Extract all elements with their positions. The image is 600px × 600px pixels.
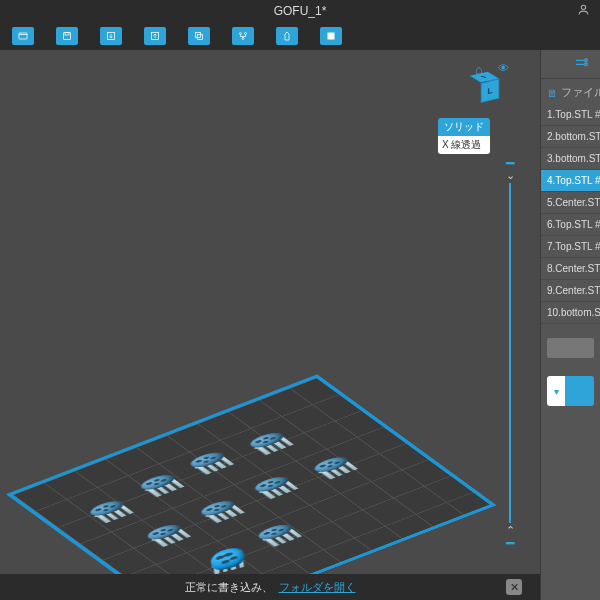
view-mode-toggle: ソリッド X 線透過: [438, 118, 490, 154]
save-button[interactable]: [56, 27, 78, 45]
svg-point-0: [581, 5, 585, 9]
eye-icon[interactable]: 👁: [498, 62, 509, 74]
view-solid-button[interactable]: ソリッド: [438, 118, 490, 136]
file-item[interactable]: 1.Top.STL #0: [541, 104, 600, 126]
svg-point-13: [585, 63, 588, 66]
file-item[interactable]: 9.Center.STL #2: [541, 280, 600, 302]
file-list: 1.Top.STL #02.bottom.STL #03.bottom.STL …: [541, 104, 600, 324]
file-item[interactable]: 3.bottom.STL #1: [541, 148, 600, 170]
viewport-area: ⌂ 👁 T F L ソリッド X 線透過 ━ ⌄ ⌃ ━ ▶ 🗎 ファイルリス …: [0, 50, 600, 600]
svg-rect-7: [198, 35, 203, 40]
slider-bottom-cap[interactable]: ━: [506, 538, 514, 548]
slider-top-cap[interactable]: ━: [506, 158, 514, 168]
svg-rect-11: [328, 33, 335, 40]
build-plate: [13, 377, 497, 600]
sidebar-input[interactable]: [547, 338, 594, 358]
file-item[interactable]: 2.bottom.STL #0: [541, 126, 600, 148]
model-object[interactable]: [82, 496, 137, 525]
layer-slider[interactable]: ━ ⌄ ⌃ ━: [502, 158, 518, 548]
svg-point-12: [585, 59, 588, 62]
settings-icon[interactable]: [574, 55, 590, 74]
user-icon[interactable]: [577, 3, 590, 19]
model-object[interactable]: [193, 496, 248, 525]
view-xray-button[interactable]: X 線透過: [438, 136, 490, 154]
file-list-label: ファイルリス: [561, 85, 600, 100]
titlebar: GOFU_1*: [0, 0, 600, 22]
open-file-button[interactable]: [12, 27, 34, 45]
view-cube[interactable]: ⌂ 👁 T F L: [471, 66, 505, 100]
svg-rect-6: [196, 33, 201, 38]
primary-action-button[interactable]: [565, 376, 594, 406]
svg-rect-2: [64, 33, 71, 40]
sidebar: ▶ 🗎 ファイルリス 1.Top.STL #02.bottom.STL #03.…: [540, 50, 600, 600]
export-button[interactable]: [144, 27, 166, 45]
svg-point-10: [242, 38, 244, 40]
copy-button[interactable]: [188, 27, 210, 45]
arrange-button[interactable]: [232, 27, 254, 45]
file-item[interactable]: 5.Center.STL #0: [541, 192, 600, 214]
toolbar: [0, 22, 600, 50]
document-icon: 🗎: [547, 87, 558, 99]
sidebar-buttons: ▾: [547, 376, 594, 406]
file-item[interactable]: 6.Top.STL #2: [541, 214, 600, 236]
file-item[interactable]: 7.Top.STL #3: [541, 236, 600, 258]
close-icon[interactable]: ✕: [506, 579, 522, 595]
caret-down-icon: ▾: [554, 386, 559, 397]
model-object[interactable]: [139, 520, 194, 549]
slider-track[interactable]: [509, 183, 511, 523]
open-folder-link[interactable]: フォルダを開く: [279, 580, 356, 595]
document-title: GOFU_1*: [274, 4, 327, 18]
file-list-header: 🗎 ファイルリス: [541, 78, 600, 104]
model-object[interactable]: [250, 520, 305, 549]
file-item[interactable]: 4.Top.STL #1: [541, 170, 600, 192]
sidebar-collapse-button[interactable]: ▶: [540, 298, 541, 342]
svg-point-9: [245, 33, 247, 35]
supports-button[interactable]: [320, 27, 342, 45]
import-button[interactable]: [100, 27, 122, 45]
svg-rect-3: [65, 33, 69, 36]
svg-rect-1: [19, 33, 27, 39]
hollow-button[interactable]: [276, 27, 298, 45]
status-bar: 正常に書き込み、 フォルダを開く ✕: [0, 574, 540, 600]
model-object-selected[interactable]: [208, 545, 248, 576]
file-item[interactable]: 10.bottom.STL #2: [541, 302, 600, 324]
file-item[interactable]: 8.Center.STL #1: [541, 258, 600, 280]
svg-point-8: [240, 33, 242, 35]
status-message: 正常に書き込み、: [185, 580, 273, 595]
dropdown-button[interactable]: ▾: [547, 376, 565, 406]
chevron-down-icon[interactable]: ⌄: [506, 169, 515, 182]
sidebar-header: [541, 50, 600, 78]
